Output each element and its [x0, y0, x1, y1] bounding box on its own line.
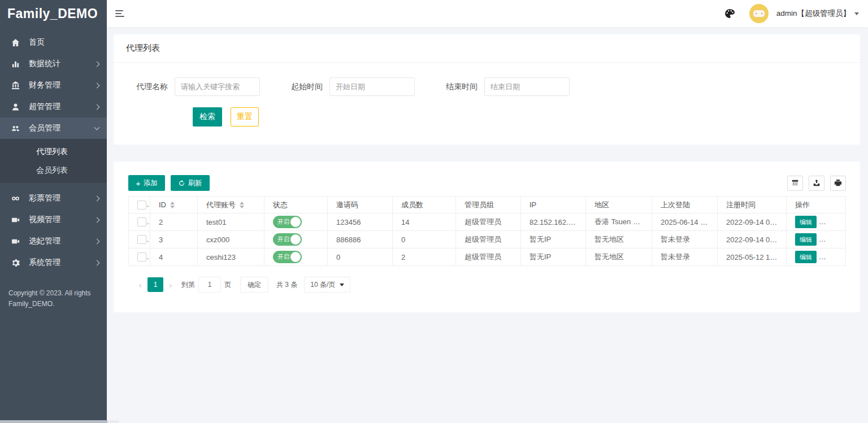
edit-button[interactable]: 编辑: [795, 216, 817, 228]
table-header-row: ID 代理账号 状态 邀请码 成员数 管理员组 IP 地区 上次登陆 注册时间 …: [129, 197, 846, 213]
sidebar-item-xuanfei[interactable]: 选妃管理: [0, 230, 107, 252]
next-page-icon[interactable]: ›: [163, 277, 178, 292]
current-page[interactable]: 1: [147, 277, 163, 292]
bar-chart-icon: [10, 59, 20, 68]
edit-button[interactable]: 编辑: [795, 233, 817, 246]
sidebar-item-label: 超管管理: [29, 102, 60, 112]
agent-name-label: 代理名称: [136, 82, 168, 92]
home-icon: [10, 38, 20, 47]
row-checkbox[interactable]: [137, 252, 146, 261]
add-button[interactable]: + 添加: [128, 175, 165, 191]
sidebar-item-lottery[interactable]: 彩票管理: [0, 187, 107, 209]
start-date-input[interactable]: [329, 77, 415, 96]
row-checkbox[interactable]: [137, 235, 146, 244]
sidebar-item-label: 会员管理: [29, 123, 60, 133]
agent-name-input[interactable]: [175, 77, 260, 96]
status-toggle[interactable]: 开启: [273, 251, 302, 263]
page-unit-label: 页: [224, 280, 231, 290]
app-logo: Family_DEMO: [0, 0, 107, 27]
gear-icon: [10, 258, 20, 267]
sidebar-item-label: 财务管理: [29, 80, 60, 90]
filter-columns-icon: [791, 179, 799, 187]
sidebar-subitem-agent-list[interactable]: 代理列表: [0, 142, 107, 161]
search-button[interactable]: 检索: [193, 107, 222, 127]
filter-columns-button[interactable]: [787, 176, 803, 191]
goto-label: 到第: [181, 280, 195, 290]
plus-icon: +: [136, 179, 141, 187]
chevron-right-icon: [94, 195, 100, 201]
goto-page-input[interactable]: [198, 277, 221, 293]
sidebar-item-admins[interactable]: 超管管理: [0, 96, 107, 117]
user-avatar[interactable]: [749, 4, 769, 23]
sidebar-item-label: 选妃管理: [29, 236, 60, 246]
sidebar-item-label: 数据统计: [29, 59, 60, 69]
refresh-button[interactable]: 刷新: [171, 175, 210, 191]
sidebar-item-statistics[interactable]: 数据统计: [0, 53, 107, 75]
scrollbar-thumb[interactable]: [0, 420, 107, 423]
select-all-checkbox[interactable]: [137, 200, 146, 210]
chevron-right-icon: [94, 61, 100, 67]
page-title: 代理列表: [114, 34, 860, 63]
delete-button[interactable]: 删除: [823, 216, 845, 228]
sidebar-submenu: 代理列表 会员列表: [0, 139, 107, 183]
sidebar-item-members[interactable]: 会员管理: [0, 117, 107, 139]
agents-table: ID 代理账号 状态 邀请码 成员数 管理员组 IP 地区 上次登陆 注册时间 …: [128, 196, 846, 266]
top-header: admin【超级管理员】: [107, 0, 868, 27]
print-button[interactable]: [830, 176, 846, 191]
lottery-icon: [10, 194, 20, 203]
menu-toggle-icon[interactable]: [115, 8, 125, 19]
user-dropdown-caret-icon[interactable]: [854, 12, 859, 15]
export-icon: [813, 179, 821, 187]
chevron-right-icon: [94, 104, 100, 110]
sidebar-item-label: 彩票管理: [29, 193, 60, 203]
sidebar-item-label: 视频管理: [29, 215, 60, 225]
sidebar-menu: 首页 数据统计 财务管理 超管管理 会: [0, 32, 107, 273]
user-icon: [10, 102, 20, 111]
end-date-input[interactable]: [484, 77, 570, 96]
filter-card: 代理列表 代理名称 起始时间 结束时间 检索 重置: [114, 34, 860, 145]
table-row: 4 ceshi123 开启 0 2 超级管理员 暂无IP 暂无地区 暂未登录 2…: [129, 248, 846, 266]
users-icon: [10, 124, 20, 133]
user-name[interactable]: admin【超级管理员】: [776, 8, 850, 19]
chevron-right-icon: [94, 260, 100, 265]
confirm-page-button[interactable]: 确定: [240, 277, 268, 293]
main-content: 代理列表 代理名称 起始时间 结束时间 检索 重置: [107, 27, 868, 423]
status-toggle[interactable]: 开启: [273, 233, 302, 246]
sidebar-item-label: 首页: [29, 37, 45, 47]
export-button[interactable]: [809, 176, 824, 191]
horizontal-scrollbar[interactable]: [0, 420, 119, 423]
prev-page-icon[interactable]: ‹: [133, 277, 147, 292]
refresh-icon: [178, 180, 185, 187]
sidebar: Family_DEMO 首页 数据统计 财务管理 超管管: [0, 0, 107, 420]
sidebar-item-system[interactable]: 系统管理: [0, 252, 107, 273]
sidebar-item-label: 系统管理: [29, 258, 60, 268]
chevron-right-icon: [94, 217, 100, 223]
video-camera-icon: [10, 237, 20, 246]
copyright: Copyright © 2023. All rights Family_DEMO…: [8, 288, 99, 309]
table-row: 2 test01 开启 123456 14 超级管理员 82.152.162.2…: [129, 213, 846, 231]
per-page-select[interactable]: 10 条/页: [304, 277, 350, 293]
table-row: 3 cxz000 开启 886886 0 超级管理员 暂无IP 暂无地区 暂未登…: [129, 231, 846, 248]
bank-icon: [10, 81, 20, 90]
sidebar-item-video[interactable]: 视频管理: [0, 209, 107, 230]
row-checkbox[interactable]: [137, 217, 146, 226]
sidebar-item-finance[interactable]: 财务管理: [0, 75, 107, 96]
video-camera-icon: [10, 215, 20, 224]
total-count: 共 3 条: [276, 280, 297, 290]
reset-button[interactable]: 重置: [231, 107, 259, 127]
edit-button[interactable]: 编辑: [795, 251, 817, 263]
theme-palette-icon[interactable]: [724, 8, 735, 19]
end-time-label: 结束时间: [446, 82, 478, 92]
status-toggle[interactable]: 开启: [273, 216, 302, 228]
delete-button[interactable]: 删除: [823, 233, 845, 246]
delete-button[interactable]: 删除: [823, 251, 845, 263]
sort-icon[interactable]: [170, 202, 175, 208]
chevron-right-icon: [94, 238, 100, 244]
sidebar-subitem-member-list[interactable]: 会员列表: [0, 161, 107, 180]
print-icon: [834, 179, 842, 187]
start-time-label: 起始时间: [291, 82, 323, 92]
chevron-right-icon: [94, 82, 100, 88]
table-card: + 添加 刷新: [114, 162, 860, 312]
sort-icon[interactable]: [240, 202, 244, 208]
sidebar-item-home[interactable]: 首页: [0, 32, 107, 53]
